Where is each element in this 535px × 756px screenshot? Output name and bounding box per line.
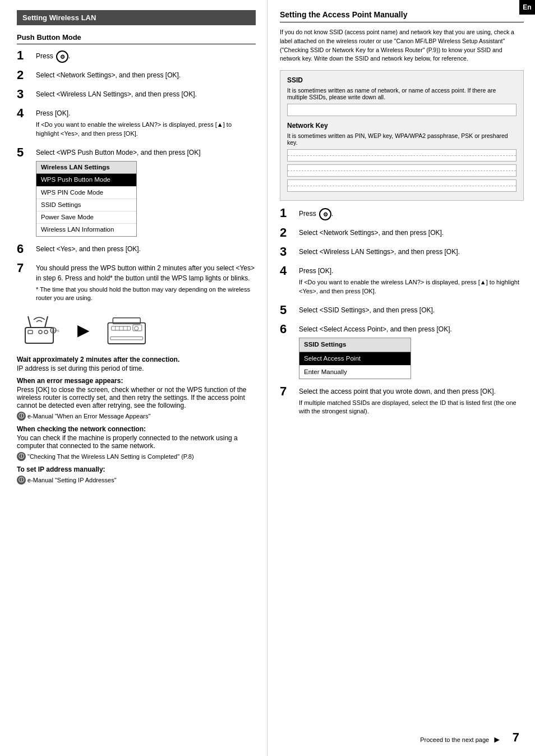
step2-text: Select <Network Settings>, and then pres… (36, 71, 181, 79)
error-text: Press [OK] to close the screen, check wh… (17, 386, 256, 409)
ip-title: To set IP address manually: (17, 465, 256, 473)
right-step-content-6: Select <Select Access Point>, and then p… (299, 322, 524, 379)
right-step-content-2: Select <Network Settings>, and then pres… (299, 226, 524, 238)
svg-text:WPS: WPS (52, 329, 59, 333)
svg-line-5 (45, 316, 48, 328)
network-text: You can check if the machine is properly… (17, 434, 256, 450)
right-step-content-3: Select <Wireless LAN Settings>, and then… (299, 245, 524, 257)
right-step-num-4: 4 (280, 264, 296, 278)
svg-rect-12 (110, 336, 143, 339)
netkey-lines (287, 149, 516, 192)
right-step-content-1: Press ⚙. (299, 206, 524, 220)
wps-menu-box: Wireless LAN Settings WPS Push Button Mo… (36, 161, 137, 237)
step-6: 6 Select <Yes>, and then press [OK]. (17, 242, 256, 256)
left-column: Setting Wireless LAN Push Button Mode 1 … (0, 0, 268, 756)
printer-image (105, 311, 150, 350)
next-arrow-icon: ► (492, 735, 501, 745)
right-step-num-3: 3 (280, 245, 296, 259)
right-column: En Setting the Access Point Manually If … (268, 0, 535, 756)
step-num-4: 4 (17, 107, 33, 120)
step3-text: Select <Wireless LAN Settings>, and then… (36, 90, 197, 98)
ssid-desc: It is sometimes written as name of netwo… (287, 87, 516, 100)
page-title: Setting Wireless LAN (17, 10, 256, 25)
step-content-6: Select <Yes>, and then press [OK]. (36, 242, 256, 254)
netkey-line-3 (287, 179, 516, 192)
note-circle-icon: ⓘ (17, 412, 26, 421)
netkey-line-2 (287, 164, 516, 177)
svg-point-11 (135, 326, 139, 330)
network-link-text: "Checking That the Wireless LAN Setting … (27, 453, 194, 460)
step-num-5: 5 (17, 146, 33, 159)
ip-link-text: e-Manual "Setting IP Addresses" (27, 477, 117, 483)
right-step-content-4: Press [OK]. If <Do you want to enable th… (299, 264, 524, 298)
right-step7-sub: If multiple matched SSIDs are displayed,… (299, 399, 524, 416)
right-step-2: 2 Select <Network Settings>, and then pr… (280, 226, 524, 239)
step-7: 7 You should press the WPS button within… (17, 261, 256, 305)
step4-sub: If <Do you want to enable the wireless L… (36, 121, 256, 138)
right-step-6: 6 Select <Select Access Point>, and then… (280, 322, 524, 379)
step-1: 1 Press ⚙. (17, 49, 256, 63)
error-title: When an error message appears: (17, 377, 256, 385)
network-link: ⓘ "Checking That the Wireless LAN Settin… (17, 452, 256, 461)
wait-block: Wait approximately 2 minutes after the c… (17, 356, 256, 372)
menu-item-info: Wireless LAN Information (36, 224, 136, 236)
step-3: 3 Select <Wireless LAN Settings>, and th… (17, 87, 256, 101)
step-2: 2 Select <Network Settings>, and then pr… (17, 68, 256, 82)
svg-point-3 (44, 330, 48, 334)
step-content-2: Select <Network Settings>, and then pres… (36, 68, 256, 80)
right-step7-main: Select the access point that you wrote d… (299, 386, 524, 397)
ssid-input-field (287, 104, 516, 116)
step1-press-label: Press (36, 52, 53, 60)
error-block: When an error message appears: Press [OK… (17, 377, 256, 421)
svg-rect-8 (108, 322, 145, 343)
page: Setting Wireless LAN Push Button Mode 1 … (0, 0, 535, 756)
right-step-num-5: 5 (280, 303, 296, 317)
right-settings-icon: ⚙ (319, 208, 331, 220)
right-step-content-5: Select <SSID Settings>, and then press [… (299, 303, 524, 315)
proceed-text: Proceed to the next page (420, 736, 489, 743)
settings-icon: ⚙ (56, 50, 68, 63)
right-step3-text: Select <Wireless LAN Settings>, and then… (299, 248, 460, 256)
ip-block: To set IP address manually: ⓘ e-Manual "… (17, 465, 256, 485)
right-step-num-2: 2 (280, 226, 296, 239)
right-step-num-7: 7 (280, 385, 296, 398)
next-page-label: Proceed to the next page ► (420, 735, 501, 745)
right-step-content-7: Select the access point that you wrote d… (299, 385, 524, 418)
step-num-6: 6 (17, 242, 33, 256)
error-link-text: e-Manual "When an Error Message Appears" (27, 413, 150, 420)
network-title: When checking the network connection: (17, 425, 256, 433)
right-step6-text: Select <Select Access Point>, and then p… (299, 325, 452, 333)
router-image: WPS (22, 311, 62, 350)
ssid-menu-box: SSID Settings Select Access Point Enter … (299, 338, 411, 379)
step-content-3: Select <Wireless LAN Settings>, and then… (36, 87, 256, 99)
right-step4-main: Press [OK]. (299, 266, 524, 276)
netkey-label: Network Key (287, 122, 516, 130)
svg-rect-1 (28, 330, 33, 334)
step-content-5: Select <WPS Push Button Mode>, and then … (36, 146, 256, 237)
wps-illustration: WPS ▶ (22, 311, 256, 350)
right-step4-sub: If <Do you want to enable the wireless L… (299, 278, 524, 296)
right-step-num-6: 6 (280, 322, 296, 336)
right-step-3: 3 Select <Wireless LAN Settings>, and th… (280, 245, 524, 259)
en-language-tab: En (519, 0, 535, 15)
step7-main: You should press the WPS button within 2… (36, 263, 256, 283)
wait-sub: IP address is set during this period of … (17, 365, 256, 372)
section-title-push-button: Push Button Mode (17, 33, 256, 44)
step-content-7: You should press the WPS button within 2… (36, 261, 256, 305)
menu-item-power: Power Save Mode (36, 211, 136, 224)
menu-item-enter-manually: Enter Manually (299, 366, 411, 379)
step-content-4: Press [OK]. If <Do you want to enable th… (36, 107, 256, 140)
step-num-2: 2 (17, 68, 33, 82)
menu-item-select-access: Select Access Point (299, 352, 411, 366)
menu-item-wps-pin: WPS PIN Code Mode (36, 187, 136, 199)
right-step-num-1: 1 (280, 206, 296, 220)
step6-text: Select <Yes>, and then press [OK]. (36, 245, 141, 253)
netkey-line-1 (287, 149, 516, 162)
note-circle-icon-3: ⓘ (17, 476, 26, 485)
step-5: 5 Select <WPS Push Button Mode>, and the… (17, 146, 256, 237)
wait-title: Wait approximately 2 minutes after the c… (17, 356, 256, 363)
menu-item-wps-push: WPS Push Button Mode (36, 174, 136, 186)
menu-item-ssid: SSID Settings (36, 199, 136, 211)
step-content-1: Press ⚙. (36, 49, 256, 63)
right-intro: If you do not know SSID (access point na… (280, 28, 524, 63)
